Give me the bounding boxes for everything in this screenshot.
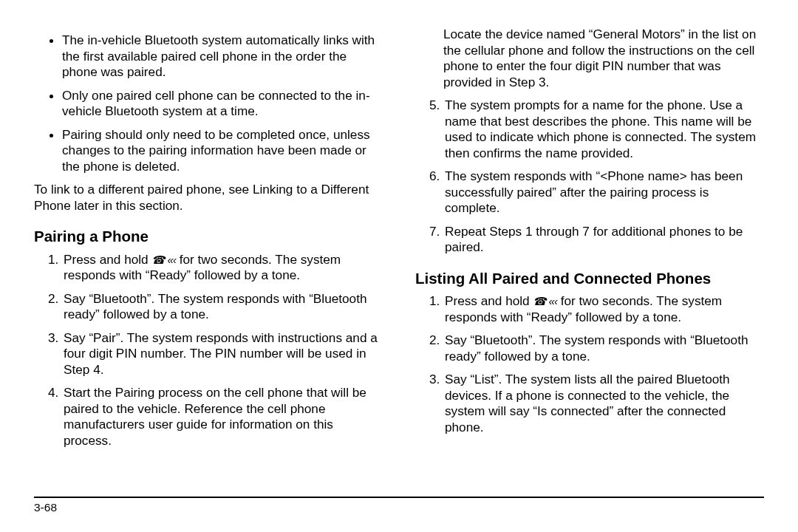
listing-steps: Press and hold ☎ «‹ for two seconds. The… (415, 293, 764, 435)
left-column: The in-vehicle Bluetooth system automati… (34, 27, 383, 488)
two-column-layout: The in-vehicle Bluetooth system automati… (34, 27, 764, 488)
bullet-item: Pairing should only need to be completed… (62, 127, 383, 175)
heading-pairing-a-phone: Pairing a Phone (34, 227, 383, 246)
intro-bullets: The in-vehicle Bluetooth system automati… (34, 33, 383, 174)
page-number: 3-68 (34, 501, 57, 514)
step-item: Press and hold ☎ «‹ for two seconds. The… (443, 293, 764, 325)
bullet-item: The in-vehicle Bluetooth system automati… (62, 33, 383, 81)
step-item: Repeat Steps 1 through 7 for additional … (443, 224, 764, 256)
pairing-steps: Press and hold ☎ «‹ for two seconds. The… (34, 252, 383, 449)
step4-continuation: Locate the device named “General Motors”… (415, 27, 764, 90)
step-text: Press and hold (64, 252, 151, 267)
step-text: Press and hold (445, 293, 533, 308)
talk-button-icon: ☎ «‹ (533, 295, 557, 307)
step-item: Press and hold ☎ «‹ for two seconds. The… (62, 252, 383, 284)
step-item: Say “Bluetooth”. The system responds wit… (62, 291, 383, 323)
link-note-paragraph: To link to a different paired phone, see… (34, 182, 383, 214)
step-item: Say “Bluetooth”. The system responds wit… (443, 332, 764, 364)
pairing-steps-continued: The system prompts for a name for the ph… (415, 98, 764, 256)
step-item: Say “List”. The system lists all the pai… (443, 372, 764, 435)
step-item: The system prompts for a name for the ph… (443, 98, 764, 161)
footer: 3-68 (34, 497, 764, 514)
bullet-item: Only one paired cell phone can be connec… (62, 88, 383, 120)
right-column: Locate the device named “General Motors”… (415, 27, 764, 488)
step-item: Start the Pairing process on the cell ph… (62, 385, 383, 449)
step-item: The system responds with “<Phone name> h… (443, 168, 764, 216)
step-item: Say “Pair”. The system responds with ins… (62, 330, 383, 378)
talk-button-icon: ☎ «‹ (151, 253, 176, 266)
manual-page: The in-vehicle Bluetooth system automati… (0, 0, 798, 532)
heading-listing-paired: Listing All Paired and Connected Phones (415, 269, 764, 288)
